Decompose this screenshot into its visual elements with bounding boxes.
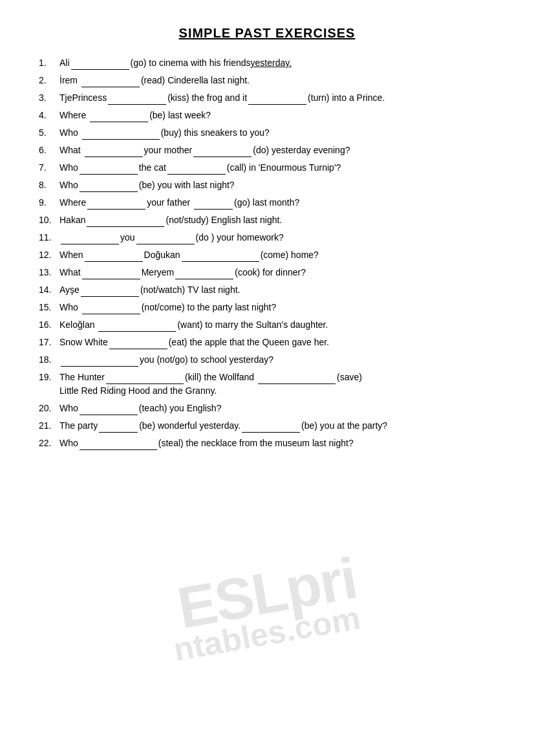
- exercise-number: 5.: [39, 126, 59, 140]
- blank: [82, 131, 160, 140]
- list-item: 17. Snow White(eat) the apple that the Q…: [39, 336, 495, 349]
- page: SIMPLE PAST EXERCISES 1. Ali(go) to cine…: [0, 0, 534, 756]
- list-item: 21. The party(be) wonderful yesterday.(b…: [39, 419, 495, 433]
- exercise-number: 12.: [39, 248, 59, 262]
- exercise-number: 10.: [39, 213, 59, 227]
- list-item: 13. WhatMeryem(cook) for dinner?: [39, 266, 495, 279]
- blank: [80, 166, 138, 175]
- blank: [80, 406, 138, 415]
- blank: [82, 305, 140, 314]
- exercise-text: İrem (read) Cinderella last night.: [59, 74, 495, 87]
- exercise-number: 18.: [39, 353, 59, 367]
- list-item: 19. The Hunter(kill) the Wollfand (save)…: [39, 371, 495, 398]
- exercise-text: Who(teach) you English?: [59, 402, 495, 415]
- blank: [242, 424, 300, 433]
- list-item: 5. Who (buy) this sneakers to you?: [39, 126, 495, 140]
- blank: [98, 323, 176, 332]
- exercise-text: What your mother(do) yesterday evening?: [59, 144, 495, 157]
- underline-text: yesterday.: [251, 58, 292, 68]
- exercise-number: 21.: [39, 419, 59, 433]
- exercise-number: 9.: [39, 196, 59, 210]
- exercise-text: TjePrincess(kiss) the frog and it(turn) …: [59, 91, 495, 105]
- blank: [248, 96, 306, 105]
- exercise-text: WhatMeryem(cook) for dinner?: [59, 266, 495, 279]
- list-item: 2. İrem (read) Cinderella last night.: [39, 74, 495, 87]
- exercise-number: 2.: [39, 74, 59, 87]
- watermark-domain: ntables.com: [171, 599, 363, 669]
- blank: [80, 183, 138, 192]
- exercise-text: Snow White(eat) the apple that the Queen…: [59, 336, 495, 349]
- watermark: ESLpri: [173, 545, 361, 642]
- exercise-number: 7.: [39, 161, 59, 175]
- exercise-number: 3.: [39, 91, 59, 105]
- exercise-number: 22.: [39, 437, 59, 450]
- exercise-text: Hakan(not/study) English last night.: [59, 213, 495, 227]
- blank: [106, 375, 184, 384]
- blank: [87, 200, 145, 210]
- exercise-number: 19.: [39, 371, 59, 384]
- exercise-number: 20.: [39, 402, 59, 415]
- exercise-number: 8.: [39, 178, 59, 192]
- exercise-text: Ali(go) to cinema with his friendsyester…: [59, 56, 495, 70]
- blank: [194, 200, 233, 210]
- list-item: 16. Keloğlan (want) to marry the Sultan'…: [39, 318, 495, 332]
- blank: [108, 96, 166, 105]
- blank: [81, 78, 140, 87]
- list-item: 14. Ayşe(not/watch) TV last night.: [39, 283, 495, 297]
- blank: [87, 218, 164, 227]
- exercise-text: Who (buy) this sneakers to you?: [59, 126, 495, 140]
- list-item: 8. Who(be) you with last night?: [39, 178, 495, 192]
- blank: [71, 61, 129, 70]
- blank: [193, 148, 251, 157]
- list-item: 11. you(do ) your homework?: [39, 231, 495, 244]
- exercise-text: Where (be) last week?: [59, 109, 495, 122]
- exercise-number: 15.: [39, 301, 59, 314]
- blank: [258, 375, 336, 384]
- blank: [81, 288, 139, 297]
- exercise-text: Who(steal) the necklace from the museum …: [59, 437, 495, 450]
- exercise-text: WhenDoğukan(come) home?: [59, 248, 495, 262]
- list-item: 20. Who(teach) you English?: [39, 402, 495, 415]
- blank: [80, 441, 157, 450]
- exercise-number: 4.: [39, 109, 59, 122]
- list-item: 12. WhenDoğukan(come) home?: [39, 248, 495, 262]
- exercise-text: Who (not/come) to the party last night?: [59, 301, 495, 314]
- blank: [85, 253, 143, 262]
- exercise-continuation: Little Red Riding Hood and the Granny.: [39, 384, 217, 398]
- exercise-number: 6.: [39, 144, 59, 157]
- list-item: 9. Whereyour father (go) last month?: [39, 196, 495, 210]
- list-item: 1. Ali(go) to cinema with his friendsyes…: [39, 56, 495, 70]
- exercises-list: 1. Ali(go) to cinema with his friendsyes…: [39, 56, 495, 450]
- blank: [82, 270, 140, 279]
- exercise-text: Who(be) you with last night?: [59, 178, 495, 192]
- exercise-text: Whothe cat(call) in 'Enourmous Turnip'?: [59, 161, 495, 175]
- blank: [109, 340, 167, 349]
- blank: [175, 270, 233, 279]
- list-item: 18. you (not/go) to school yesterday?: [39, 353, 495, 367]
- blank: [90, 113, 148, 122]
- exercise-text: you (not/go) to school yesterday?: [59, 353, 495, 367]
- list-item: 4. Where (be) last week?: [39, 109, 495, 122]
- page-title: SIMPLE PAST EXERCISES: [39, 26, 495, 41]
- list-item: 6. What your mother(do) yesterday evenin…: [39, 144, 495, 157]
- exercise-text: you(do ) your homework?: [59, 231, 495, 244]
- list-item: 7. Whothe cat(call) in 'Enourmous Turnip…: [39, 161, 495, 175]
- list-item: 15. Who (not/come) to the party last nig…: [39, 301, 495, 314]
- blank: [136, 235, 195, 244]
- blank: [182, 253, 259, 262]
- exercise-text: Whereyour father (go) last month?: [59, 196, 495, 210]
- exercise-number: 11.: [39, 231, 59, 244]
- exercise-number: 1.: [39, 56, 59, 70]
- exercise-number: 16.: [39, 318, 59, 332]
- list-item: 3. TjePrincess(kiss) the frog and it(tur…: [39, 91, 495, 105]
- list-item: 22. Who(steal) the necklace from the mus…: [39, 437, 495, 450]
- exercise-text: Keloğlan (want) to marry the Sultan's da…: [59, 318, 495, 332]
- blank: [61, 358, 138, 367]
- exercise-text: Ayşe(not/watch) TV last night.: [59, 283, 495, 297]
- list-item: 10. Hakan(not/study) English last night.: [39, 213, 495, 227]
- blank: [99, 424, 138, 433]
- exercise-text: The Hunter(kill) the Wollfand (save): [59, 371, 362, 384]
- exercise-text: The party(be) wonderful yesterday.(be) y…: [59, 419, 495, 433]
- exercise-number: 13.: [39, 266, 59, 279]
- blank: [85, 148, 143, 157]
